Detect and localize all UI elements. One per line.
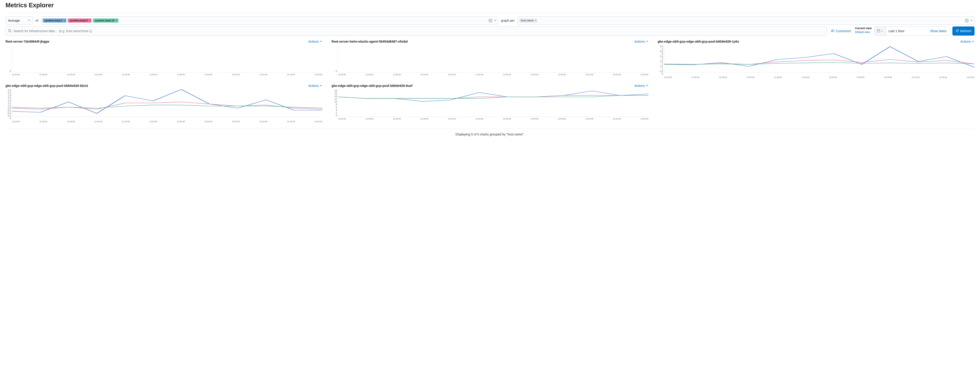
x-tick-label: 12:50:00 xyxy=(150,121,158,123)
chart-plot[interactable] xyxy=(338,89,648,117)
x-axis: 12:25:0012:30:0012:35:0012:40:0012:45:00… xyxy=(338,73,648,76)
y-tick-label: 1.8 xyxy=(8,94,11,97)
chart-actions-button[interactable]: Actions xyxy=(308,40,322,43)
chart-plot[interactable] xyxy=(12,45,322,73)
y-tick-label: 10 xyxy=(334,100,337,103)
refresh-button[interactable]: Refresh xyxy=(952,27,975,36)
y-axis: 00.511.522.533.544.555.5 xyxy=(658,45,664,75)
chart-actions-button[interactable]: Actions xyxy=(960,40,975,43)
search-box[interactable] xyxy=(5,27,827,36)
default-view-link[interactable]: Default view xyxy=(855,30,872,34)
chevron-down-icon xyxy=(320,40,322,43)
search-input[interactable] xyxy=(13,29,824,33)
chart-card: gke-edge-oblt-gcp-edge-oblt-gcp-pool-b6b… xyxy=(331,84,648,123)
y-tick-label: 1.6 xyxy=(8,97,11,99)
chart-title: fleet-server-7dc69844f-jkqgw xyxy=(5,40,49,43)
chevron-down-icon[interactable] xyxy=(970,19,973,22)
group-by-input[interactable]: host.name× × xyxy=(517,16,975,25)
chart-card: fleet-server-helm-elastic-agent-59454d84… xyxy=(331,40,648,78)
x-tick-label: 13:05:00 xyxy=(232,121,240,123)
chevron-down-icon xyxy=(646,84,649,87)
svg-point-2 xyxy=(832,30,833,31)
close-icon[interactable]: × xyxy=(89,19,91,22)
graph-per-label: graph per xyxy=(501,19,515,22)
chart-title: gke-edge-oblt-gcp-edge-oblt-gcp-pool-b6b… xyxy=(331,84,412,87)
calendar-button[interactable] xyxy=(875,27,886,35)
x-tick-label: 12:25:00 xyxy=(664,76,672,78)
groupby-tag-label: host.name xyxy=(521,19,534,22)
actions-label: Actions xyxy=(308,84,319,87)
search-icon xyxy=(8,29,12,33)
y-axis: 0 xyxy=(5,45,12,73)
y-axis: 00.20.40.60.81.01.21.41.61.82.22.6 xyxy=(5,89,12,119)
x-tick-label: 13:00:00 xyxy=(204,73,212,76)
metric-tag-label: system.load.15 xyxy=(95,19,114,22)
y-tick-label: 3 xyxy=(662,58,663,60)
metrics-input[interactable]: system.load.1×system.load.5×system.load.… xyxy=(41,16,498,25)
y-tick-label: 0.6 xyxy=(8,109,11,112)
x-tick-label: 12:30:00 xyxy=(691,76,699,78)
refresh-label: Refresh xyxy=(960,29,971,33)
metric-tag[interactable]: system.load.5× xyxy=(68,19,91,22)
clear-groupby-icon[interactable]: × xyxy=(965,19,969,22)
x-tick-label: 12:50:00 xyxy=(801,76,809,78)
close-icon[interactable]: × xyxy=(116,19,118,22)
x-tick-label: 13:20:00 xyxy=(314,121,322,123)
x-tick-label: 12:25:00 xyxy=(338,73,346,76)
chart-title: gke-edge-oblt-gcp-edge-oblt-gcp-pool-b6b… xyxy=(5,84,88,87)
y-tick-label: 1.4 xyxy=(8,99,11,102)
groupby-tag[interactable]: host.name× xyxy=(519,19,538,22)
date-picker: Last 1 hour Show dates xyxy=(874,27,950,36)
x-tick-label: 12:35:00 xyxy=(393,117,401,120)
y-tick-label: 0.4 xyxy=(8,112,11,114)
divider xyxy=(5,13,975,13)
x-axis: 12:25:0012:30:0012:35:0012:40:0012:45:00… xyxy=(664,76,975,78)
x-tick-label: 13:05:00 xyxy=(232,73,240,76)
x-tick-label: 12:40:00 xyxy=(94,73,102,76)
chart-actions-button[interactable]: Actions xyxy=(635,84,649,87)
chart-actions-button[interactable]: Actions xyxy=(635,40,649,43)
svg-line-1 xyxy=(11,32,11,32)
chart-plot[interactable] xyxy=(12,89,322,117)
x-tick-label: 13:00:00 xyxy=(530,73,538,76)
metric-tag-label: system.load.5 xyxy=(70,19,88,22)
y-tick-label: 2.2 xyxy=(8,92,11,94)
y-tick-label: 3.5 xyxy=(660,55,663,58)
x-tick-label: 13:10:00 xyxy=(912,76,920,78)
x-tick-label: 12:40:00 xyxy=(94,121,102,123)
x-tick-label: 12:35:00 xyxy=(67,73,75,76)
chevron-down-icon[interactable] xyxy=(494,19,496,22)
x-tick-label: 12:45:00 xyxy=(774,76,782,78)
svg-point-0 xyxy=(8,29,11,32)
aggregation-select[interactable]: Average xyxy=(5,16,33,25)
customize-label: Customize xyxy=(836,29,851,33)
chart-plot[interactable] xyxy=(664,45,975,73)
show-dates-link[interactable]: Show dates xyxy=(927,29,950,33)
x-tick-label: 12:35:00 xyxy=(719,76,727,78)
y-tick-label: 0 xyxy=(336,114,337,117)
metric-tag[interactable]: system.load.15× xyxy=(93,19,118,22)
chart-plot[interactable] xyxy=(338,45,648,73)
customize-button[interactable]: Customize xyxy=(829,27,852,36)
chevron-down-icon xyxy=(972,40,975,43)
close-icon[interactable]: × xyxy=(535,19,536,22)
clear-metrics-icon[interactable]: × xyxy=(488,19,493,22)
close-icon[interactable]: × xyxy=(64,19,65,22)
chevron-down-icon xyxy=(881,29,883,33)
y-tick-label: 2.5 xyxy=(660,60,663,63)
calendar-icon xyxy=(877,29,880,33)
x-tick-label: 12:40:00 xyxy=(746,76,754,78)
x-tick-label: 13:15:00 xyxy=(287,73,295,76)
footer-text: Displaying 5 of 5 charts grouped by "hos… xyxy=(5,132,975,136)
x-tick-label: 13:05:00 xyxy=(558,73,566,76)
date-range-label[interactable]: Last 1 hour xyxy=(886,29,927,33)
chart-actions-button[interactable]: Actions xyxy=(308,84,322,87)
x-tick-label: 13:15:00 xyxy=(939,76,947,78)
y-tick-label: 2 xyxy=(336,111,337,114)
y-tick-label: 2 xyxy=(662,63,663,65)
x-tick-label: 12:40:00 xyxy=(420,73,428,76)
actions-label: Actions xyxy=(308,40,319,43)
metric-tag[interactable]: system.load.1× xyxy=(43,19,66,22)
y-tick-label: 14 xyxy=(334,95,337,98)
x-tick-label: 12:45:00 xyxy=(122,121,130,123)
